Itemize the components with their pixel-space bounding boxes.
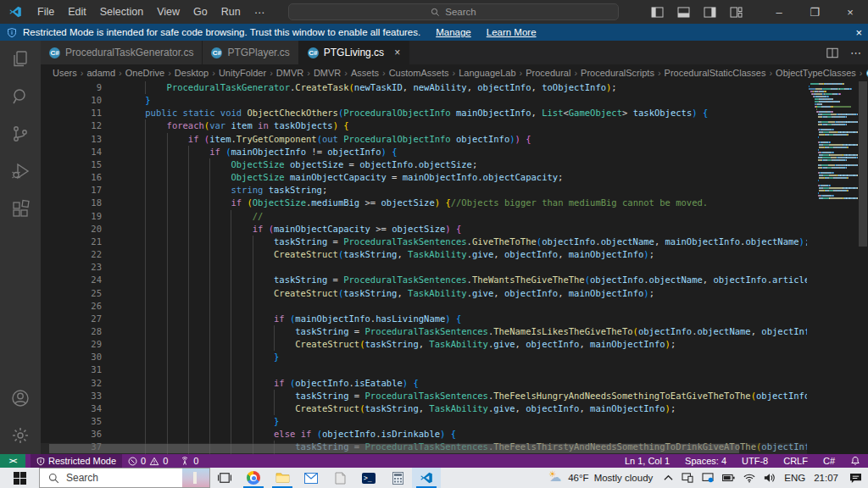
sidebar-item-explorer[interactable]: [0, 41, 41, 78]
line-number[interactable]: 26: [41, 300, 102, 313]
breadcrumb-item[interactable]: UnityFolder: [219, 68, 266, 78]
breadcrumb-item[interactable]: ProceduralScripts: [581, 68, 654, 78]
settings-button[interactable]: [0, 417, 41, 454]
vertical-scrollbar[interactable]: [858, 81, 868, 454]
line-number[interactable]: 31: [41, 363, 102, 376]
line-number[interactable]: 29: [41, 338, 102, 351]
line-number[interactable]: 34: [41, 402, 102, 415]
chrome-taskbar-button[interactable]: [239, 468, 268, 488]
vertical-scrollbar-thumb[interactable]: [859, 81, 867, 247]
calculator-taskbar-button[interactable]: [383, 468, 412, 488]
breadcrumb-item[interactable]: Users: [53, 68, 77, 78]
taskbar-search-input[interactable]: Search: [39, 468, 210, 488]
line-number[interactable]: 9: [41, 81, 102, 94]
restricted-mode-status[interactable]: Restricted Mode: [31, 454, 122, 468]
line-number[interactable]: 22: [41, 248, 102, 261]
file-explorer-taskbar-button[interactable]: [268, 468, 297, 488]
minimap[interactable]: [807, 81, 858, 454]
cursor-position[interactable]: Ln 1, Col 1: [617, 454, 677, 468]
code-line[interactable]: 22 CreateStruct(taskString, TaskAbility.…: [41, 248, 807, 261]
mail-taskbar-button[interactable]: [297, 468, 326, 488]
toggle-sidebar-icon[interactable]: [651, 7, 664, 18]
menu-view[interactable]: View: [150, 0, 186, 24]
code-line[interactable]: 23: [41, 261, 807, 274]
language-mode[interactable]: C#: [815, 454, 843, 468]
line-number[interactable]: 16: [41, 171, 102, 184]
action-center-button[interactable]: [843, 473, 868, 484]
code-line[interactable]: 31: [41, 363, 807, 376]
code-line[interactable]: 32 if (objectInfo.isEatable) {: [41, 377, 807, 390]
tray-wifi-icon[interactable]: [739, 468, 760, 488]
toggle-secondary-sidebar-icon[interactable]: [704, 7, 716, 18]
notifications-bell[interactable]: [843, 454, 868, 468]
breadcrumb-item[interactable]: OneDrive: [125, 68, 164, 78]
menu-go[interactable]: Go: [186, 0, 214, 24]
code-line[interactable]: 36 else if (objectInfo.isDrinkable) {: [41, 428, 807, 441]
language-indicator[interactable]: ENG: [780, 468, 810, 488]
breadcrumb-item[interactable]: adamd: [86, 68, 115, 78]
split-editor-icon[interactable]: [826, 47, 838, 58]
menu-file[interactable]: File: [31, 0, 61, 24]
line-number[interactable]: 28: [41, 325, 102, 338]
sidebar-item-extensions[interactable]: [0, 190, 41, 227]
customize-layout-icon[interactable]: [730, 7, 743, 18]
code-line[interactable]: 17 string taskString;: [41, 184, 807, 197]
tray-expand-chevron[interactable]: [659, 468, 677, 488]
menu-[interactable]: ⋯: [248, 0, 272, 24]
line-number[interactable]: 17: [41, 184, 102, 197]
command-center-search[interactable]: Search: [288, 3, 619, 20]
learn-more-link[interactable]: Learn More: [487, 27, 537, 37]
breadcrumb-item[interactable]: ObjectTypeClasses: [776, 68, 856, 78]
code-line[interactable]: 26: [41, 300, 807, 313]
breadcrumb-item[interactable]: LanguageLab: [459, 68, 515, 78]
code-line[interactable]: 14 if (mainObjectInfo != objectInfo) {: [41, 146, 807, 158]
line-number[interactable]: 15: [41, 158, 102, 171]
code-line[interactable]: 18 if (ObjectSize.mediumBig >= objectSiz…: [41, 197, 807, 209]
tab-close-icon[interactable]: ×: [394, 47, 400, 58]
accounts-button[interactable]: [0, 380, 41, 417]
breadcrumb-item[interactable]: Procedural: [526, 68, 570, 78]
line-number[interactable]: 36: [41, 428, 102, 441]
remote-indicator[interactable]: ><: [0, 454, 25, 468]
code-line[interactable]: 35 }: [41, 415, 807, 428]
restore-button[interactable]: ❐: [797, 0, 832, 24]
menu-run[interactable]: Run: [214, 0, 248, 24]
code-line[interactable]: 20 if (mainObjectCapacity >= objectSize)…: [41, 223, 807, 236]
horizontal-scrollbar-thumb[interactable]: [49, 444, 739, 453]
breadcrumb-item[interactable]: Assets: [351, 68, 379, 78]
code-line[interactable]: 27 if (mainObjectInfo.hasLivingName) {: [41, 313, 807, 325]
code-line[interactable]: 12 foreach(var item in taskObjects) {: [41, 119, 807, 132]
line-number[interactable]: 25: [41, 287, 102, 300]
problems-status[interactable]: 0 0: [122, 454, 174, 468]
line-number[interactable]: 10: [41, 94, 102, 107]
line-number[interactable]: 14: [41, 146, 102, 158]
code-line[interactable]: 24 taskString = ProceduralTaskSentences.…: [41, 274, 807, 286]
editor-more-actions-icon[interactable]: ⋯: [850, 47, 861, 59]
code-line[interactable]: 10 }: [41, 94, 807, 107]
tray-volume-icon[interactable]: [760, 468, 780, 488]
line-number[interactable]: 24: [41, 274, 102, 286]
line-number[interactable]: 33: [41, 390, 102, 402]
encoding-status[interactable]: UTF-8: [734, 454, 776, 468]
sidebar-item-search[interactable]: [0, 78, 41, 115]
line-number[interactable]: 11: [41, 107, 102, 119]
code-line[interactable]: 34 CreateStruct(taskString, TaskAbility.…: [41, 402, 807, 415]
code-line[interactable]: 15 ObjectSize objectSize = objectInfo.ob…: [41, 158, 807, 171]
task-view-button[interactable]: [210, 468, 239, 488]
indentation-status[interactable]: Spaces: 4: [677, 454, 734, 468]
sidebar-item-run-debug[interactable]: [0, 152, 41, 190]
horizontal-scrollbar[interactable]: [41, 443, 807, 454]
line-number[interactable]: 23: [41, 261, 102, 274]
code-line[interactable]: 29 CreateStruct(taskString, TaskAbility.…: [41, 338, 807, 351]
tab-proceduraltaskgenerator-cs[interactable]: C#ProceduralTaskGenerator.cs: [41, 41, 203, 64]
tab-ptgplayer-cs[interactable]: C#PTGPlayer.cs: [203, 41, 298, 64]
tray-battery-icon[interactable]: [718, 468, 739, 488]
code-line[interactable]: 13 if (item.TryGetComponent(out Procedur…: [41, 133, 807, 146]
line-number[interactable]: 35: [41, 415, 102, 428]
ports-status[interactable]: 0: [174, 454, 204, 468]
code-line[interactable]: 28 taskString = ProceduralTaskSentences.…: [41, 325, 807, 338]
breadcrumb-item[interactable]: Desktop: [175, 68, 209, 78]
close-button[interactable]: ×: [832, 0, 868, 24]
eol-status[interactable]: CRLF: [776, 454, 815, 468]
code-line[interactable]: 33 taskString = ProceduralTaskSentences.…: [41, 390, 807, 402]
